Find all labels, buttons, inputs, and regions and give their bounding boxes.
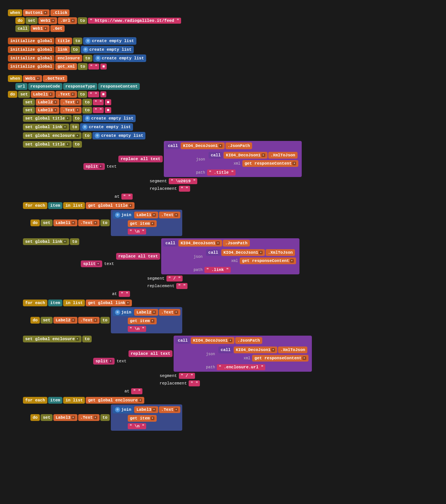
foreach-title-keyword: for each: [23, 202, 47, 209]
replacement-label-2: replacement: [146, 283, 176, 289]
label3-dropdown-1[interactable]: Label3 ▾: [36, 107, 60, 114]
gear-title: ⚙ create empty list: [83, 37, 136, 45]
when-keyword: when: [8, 9, 22, 16]
call-kio4-xmltojson-3: call: [218, 347, 233, 353]
got-xml-value2: ■: [100, 64, 107, 70]
text-prop-foreach-1[interactable]: .Text ▾: [78, 219, 100, 226]
set-label2-text: set: [23, 99, 35, 106]
call-kio4-jsonpath-2: call: [163, 240, 177, 247]
kio4-decojson1-dd5[interactable]: KIO4_DecoJson1 ▾: [191, 337, 234, 344]
text-prop-1[interactable]: .Text ▾: [56, 91, 77, 98]
kio4-decojson1-dd3[interactable]: KIO4_DecoJson1 ▾: [178, 240, 222, 247]
set-global-link-split: set global link ▾: [23, 238, 69, 245]
item-var-link: item: [48, 300, 62, 306]
set-label3-foreach: set: [41, 414, 53, 421]
xmltojson-method-3: .XmlToJson: [278, 347, 307, 353]
web1-dropdown-2[interactable]: Web1 ▾: [30, 25, 49, 32]
when-web1-gottext-section: when Web1 ▾ .GotText url responseCode re…: [8, 75, 395, 431]
param-responsecode: responseCode: [28, 83, 62, 90]
to-keyword-split-enc: to: [82, 336, 92, 342]
text-prop-foreach-2[interactable]: .Text ▾: [78, 317, 100, 324]
xmltojson-method-1: .XmlToJson: [268, 152, 298, 159]
kio4-decojson1-dd4[interactable]: KIO4_DecoJson1 ▾: [221, 249, 265, 256]
label3-text-join: Label3 ▾: [134, 406, 158, 413]
text-prop-2[interactable]: .Text ▾: [60, 99, 82, 106]
gear-create-link: ⚙ create empty list: [80, 123, 133, 131]
replace-all-title: replace all text: [118, 156, 163, 162]
foreach-enclosure-section: for each item in list get global enclosu…: [23, 397, 395, 431]
get-responsecontent-3: get responseContent ▾: [252, 355, 308, 362]
to-keyword-link: to: [71, 46, 80, 53]
xml-param-label-3: xml: [225, 356, 252, 360]
get-responsecontent-1: get responseContent ▾: [242, 160, 298, 167]
text-prop-foreach-3[interactable]: .Text ▾: [78, 414, 100, 421]
call-kio4-xmltojson-2: call: [206, 249, 220, 256]
foreach-link-keyword: for each: [23, 300, 47, 306]
to-keyword-l3: to: [82, 107, 92, 114]
at-space-3: " ": [131, 388, 142, 394]
segment-label-2: segment: [146, 275, 166, 282]
path-param-label-1: path: [180, 171, 207, 175]
split-block-title: split ▾: [83, 163, 105, 170]
to-keyword-gt1: to: [73, 115, 82, 122]
when-keyword-2: when: [8, 75, 22, 82]
to-keyword-l2: to: [82, 99, 92, 106]
label2-dd-foreach[interactable]: Label2 ▾: [53, 317, 77, 324]
get-method: .Get: [50, 25, 65, 32]
gear-join-3: ⚙ join: [113, 406, 133, 413]
in-list-enc: in list: [63, 397, 85, 404]
button1-dropdown[interactable]: Button1 ▾: [23, 9, 49, 16]
gear-create-title: ⚙ create empty list: [83, 115, 136, 122]
empty-string-3b: ■: [105, 107, 111, 113]
at-space-2: " ": [119, 291, 130, 297]
gear-join-1: ⚙ join: [113, 211, 133, 219]
replacement-label-1: replacement: [148, 186, 178, 192]
foreach-link-section: for each item in list get global link ▾ …: [23, 299, 395, 333]
label2-dropdown-1[interactable]: Label2 ▾: [36, 99, 60, 106]
path-param-label-3: path: [190, 365, 216, 369]
call-kio4-jsonpath-1: call: [166, 142, 180, 149]
text-label-split-title: text: [105, 163, 118, 170]
set-label1-text: set: [18, 91, 30, 98]
when-button1-click-section: when Button1 ▾ .Click do set Web1 ▾ .Url…: [8, 9, 395, 32]
web1-dropdown-3[interactable]: Web1 ▾: [23, 75, 42, 82]
path-title-string: " .title ": [207, 170, 236, 176]
gear-enclosure: ⚙ create empty list: [93, 54, 146, 62]
link-var: link: [55, 46, 70, 53]
to-keyword-gotxml: to: [78, 63, 87, 70]
init-globals-section: initialize global title to ⚙ create empt…: [8, 37, 395, 70]
to-keyword-1: to: [78, 17, 87, 24]
get-item-3: get item ▾: [128, 415, 157, 422]
label3-dd-foreach[interactable]: Label3 ▾: [53, 414, 77, 421]
item-var-title: item: [48, 202, 62, 209]
web1-dropdown-1[interactable]: Web1 ▾: [38, 17, 57, 24]
kio4-decojson1-dd1[interactable]: KIO4_DecoJson1 ▾: [181, 142, 224, 149]
init-global-enclosure: initialize global: [8, 55, 54, 62]
xml-param-label-1: xml: [216, 162, 242, 166]
replacement-label-3: replacement: [158, 380, 189, 386]
segment-u2019: " \u2019 ": [169, 178, 197, 184]
label1-dd-foreach[interactable]: Label1 ▾: [53, 219, 77, 226]
label3-text-prop-join: .Text ▾: [159, 406, 180, 413]
set-label1-foreach: set: [41, 219, 53, 226]
block-canvas: when Button1 ▾ .Click do set Web1 ▾ .Url…: [4, 4, 398, 436]
label1-dropdown-1[interactable]: Label1 ▾: [31, 91, 55, 98]
to-keyword-split-link: to: [70, 238, 79, 245]
init-global-got-xml: initialize global: [8, 63, 54, 70]
get-responsecontent-2: get responseContent ▾: [240, 257, 296, 264]
do-foreach-link: do: [30, 317, 40, 324]
at-empty-1: " ": [121, 194, 133, 200]
xmltojson-method-2: .XmlToJson: [266, 249, 295, 256]
kio4-decojson1-dd2[interactable]: KIO4_DecoJson1 ▾: [224, 152, 267, 159]
split-block-enc: split ▾: [93, 358, 115, 365]
text-prop-3[interactable]: .Text ▾: [60, 107, 82, 114]
label1-text-join: Label1 ▾: [134, 212, 158, 218]
kio4-decojson1-dd6[interactable]: KIO4_DecoJson1 ▾: [234, 347, 277, 353]
segment-label-1: segment: [148, 178, 168, 184]
json-param-label-3: json: [190, 352, 216, 356]
title-var: title: [55, 38, 72, 44]
set-global-title-empty: set global title ▾: [23, 115, 72, 122]
url-property[interactable]: .Url ▾: [58, 17, 77, 24]
segment-slash-enc: " / ": [179, 373, 195, 379]
set-global-title-split: set global title ▾: [23, 141, 72, 148]
